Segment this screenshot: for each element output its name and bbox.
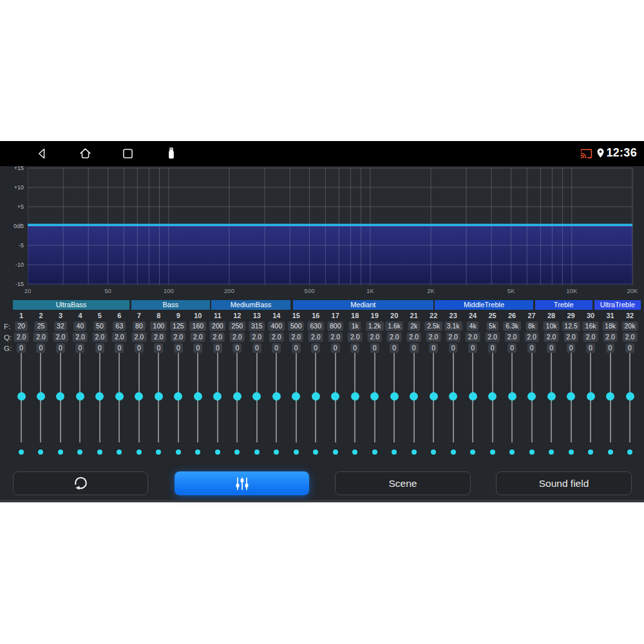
freq-value-chip[interactable]: 18k bbox=[602, 321, 618, 331]
band-group-segment[interactable]: UltraTreble bbox=[594, 300, 641, 310]
freq-value-chip[interactable]: 25 bbox=[35, 321, 48, 331]
freq-value-chip[interactable]: 12.5 bbox=[562, 321, 580, 331]
q-value-chip[interactable]: 2.0 bbox=[328, 332, 343, 342]
gain-value-chip[interactable]: 0 bbox=[331, 343, 340, 353]
slider-knob[interactable] bbox=[155, 392, 163, 401]
q-value-chip[interactable]: 2.0 bbox=[564, 332, 578, 342]
slider-knob[interactable] bbox=[469, 392, 477, 401]
slider-knob[interactable] bbox=[272, 392, 281, 401]
slider-knob[interactable] bbox=[606, 392, 614, 401]
freq-value-chip[interactable]: 1k bbox=[349, 321, 361, 331]
gain-value-chip[interactable]: 0 bbox=[370, 343, 379, 353]
band-group-segment[interactable]: Bass bbox=[131, 300, 211, 310]
slider-knob[interactable] bbox=[488, 392, 497, 401]
freq-value-chip[interactable]: 160 bbox=[190, 321, 207, 331]
gain-value-chip[interactable]: 0 bbox=[350, 343, 359, 353]
q-value-chip[interactable]: 2.0 bbox=[53, 332, 68, 342]
q-value-chip[interactable]: 2.0 bbox=[406, 332, 421, 342]
band-group-segment[interactable]: Mediant bbox=[293, 300, 433, 310]
slider-knob[interactable] bbox=[547, 392, 556, 401]
q-value-chip[interactable]: 2.0 bbox=[132, 332, 147, 342]
band-group-segment[interactable]: Treble bbox=[535, 300, 593, 310]
q-value-chip[interactable]: 2.0 bbox=[171, 332, 186, 342]
q-value-chip[interactable]: 2.0 bbox=[289, 332, 303, 342]
freq-value-chip[interactable]: 200 bbox=[209, 321, 226, 331]
gain-value-chip[interactable]: 0 bbox=[272, 343, 281, 353]
slider-knob[interactable] bbox=[449, 392, 457, 401]
q-value-chip[interactable]: 2.0 bbox=[426, 332, 441, 342]
q-value-chip[interactable]: 2.0 bbox=[505, 332, 520, 342]
freq-value-chip[interactable]: 250 bbox=[229, 321, 246, 331]
slider-knob[interactable] bbox=[331, 392, 339, 401]
usb-drive-icon[interactable] bbox=[164, 146, 178, 163]
freq-value-chip[interactable]: 4k bbox=[467, 321, 479, 331]
q-value-chip[interactable]: 2.0 bbox=[348, 332, 363, 342]
gain-value-chip[interactable]: 0 bbox=[507, 343, 516, 353]
gain-value-chip[interactable]: 0 bbox=[213, 343, 222, 353]
freq-value-chip[interactable]: 315 bbox=[249, 321, 265, 331]
freq-value-chip[interactable]: 2k bbox=[408, 321, 420, 331]
q-value-chip[interactable]: 2.0 bbox=[211, 332, 225, 342]
freq-value-chip[interactable]: 10k bbox=[544, 321, 560, 331]
gain-value-chip[interactable]: 0 bbox=[410, 343, 419, 353]
gain-value-chip[interactable]: 0 bbox=[567, 343, 576, 353]
freq-value-chip[interactable]: 500 bbox=[288, 321, 305, 331]
freq-value-chip[interactable]: 32 bbox=[54, 321, 67, 331]
back-icon[interactable] bbox=[35, 147, 49, 163]
q-value-chip[interactable]: 2.0 bbox=[191, 332, 205, 342]
gain-value-chip[interactable]: 0 bbox=[390, 343, 399, 353]
gain-value-chip[interactable]: 0 bbox=[488, 343, 497, 353]
reset-button[interactable] bbox=[13, 471, 148, 495]
slider-knob[interactable] bbox=[233, 392, 242, 401]
slider-knob[interactable] bbox=[370, 392, 379, 401]
freq-value-chip[interactable]: 40 bbox=[74, 321, 87, 331]
q-value-chip[interactable]: 2.0 bbox=[93, 332, 108, 342]
slider-knob[interactable] bbox=[95, 392, 104, 401]
slider-knob[interactable] bbox=[213, 392, 222, 401]
gain-value-chip[interactable]: 0 bbox=[37, 343, 46, 353]
q-value-chip[interactable]: 2.0 bbox=[544, 332, 559, 342]
freq-value-chip[interactable]: 5k bbox=[486, 321, 498, 331]
gain-value-chip[interactable]: 0 bbox=[527, 343, 536, 353]
q-value-chip[interactable]: 2.0 bbox=[249, 332, 264, 342]
slider-knob[interactable] bbox=[252, 392, 261, 401]
slider-knob[interactable] bbox=[351, 392, 359, 401]
slider-knob[interactable] bbox=[430, 392, 438, 401]
freq-value-chip[interactable]: 6.3k bbox=[503, 321, 521, 331]
gain-value-chip[interactable]: 0 bbox=[311, 343, 320, 353]
gain-value-chip[interactable]: 0 bbox=[154, 343, 163, 353]
freq-value-chip[interactable]: 3.1k bbox=[444, 321, 462, 331]
slider-knob[interactable] bbox=[174, 392, 182, 401]
gain-value-chip[interactable]: 0 bbox=[76, 343, 85, 353]
slider-knob[interactable] bbox=[194, 392, 202, 401]
gain-value-chip[interactable]: 0 bbox=[449, 343, 458, 353]
slider-knob[interactable] bbox=[115, 392, 124, 401]
freq-value-chip[interactable]: 80 bbox=[133, 321, 146, 331]
freq-value-chip[interactable]: 800 bbox=[327, 321, 344, 331]
slider-knob[interactable] bbox=[410, 392, 418, 401]
sound-field-button[interactable]: Sound field bbox=[496, 471, 632, 495]
gain-value-chip[interactable]: 0 bbox=[193, 343, 202, 353]
freq-value-chip[interactable]: 16k bbox=[583, 321, 599, 331]
freq-value-chip[interactable]: 63 bbox=[113, 321, 126, 331]
q-value-chip[interactable]: 2.0 bbox=[583, 332, 598, 342]
q-value-chip[interactable]: 2.0 bbox=[367, 332, 382, 342]
slider-knob[interactable] bbox=[17, 392, 26, 401]
q-value-chip[interactable]: 2.0 bbox=[308, 332, 323, 342]
q-value-chip[interactable]: 2.0 bbox=[524, 332, 539, 342]
slider-knob[interactable] bbox=[135, 392, 143, 401]
slider-knob[interactable] bbox=[312, 392, 320, 401]
freq-value-chip[interactable]: 125 bbox=[170, 321, 187, 331]
q-value-chip[interactable]: 2.0 bbox=[33, 332, 48, 342]
slider-knob[interactable] bbox=[390, 392, 399, 401]
freq-value-chip[interactable]: 100 bbox=[151, 321, 167, 331]
home-icon[interactable] bbox=[79, 147, 92, 163]
q-value-chip[interactable]: 2.0 bbox=[387, 332, 402, 342]
freq-value-chip[interactable]: 20 bbox=[15, 321, 28, 331]
freq-value-chip[interactable]: 8k bbox=[526, 321, 538, 331]
gain-value-chip[interactable]: 0 bbox=[95, 343, 104, 353]
freq-value-chip[interactable]: 1.2k bbox=[366, 321, 384, 331]
slider-knob[interactable] bbox=[587, 392, 595, 401]
gain-value-chip[interactable]: 0 bbox=[17, 343, 26, 353]
band-group-segment[interactable]: UltraBass bbox=[13, 300, 129, 310]
